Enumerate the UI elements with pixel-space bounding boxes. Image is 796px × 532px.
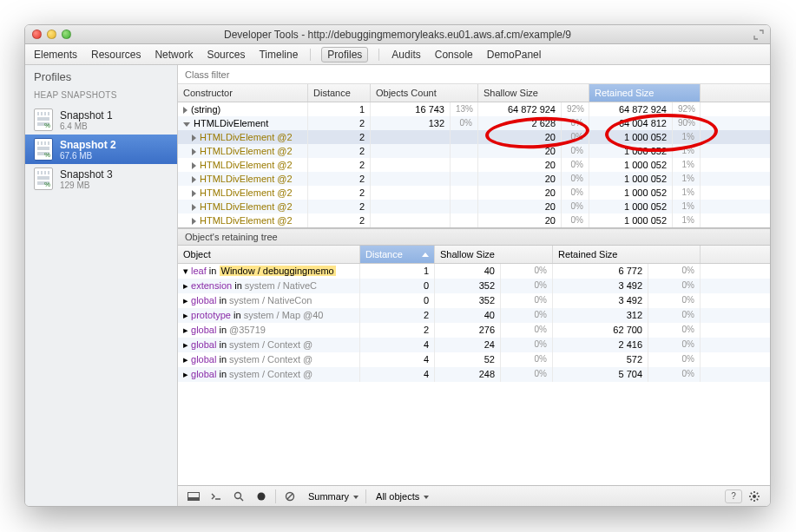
svg-point-2: [235, 492, 241, 498]
tree-row[interactable]: ▸ global in @35719 2 2760% 62 7000%: [178, 323, 770, 338]
view-select[interactable]: Summary: [302, 489, 362, 504]
devtools-window: Developer Tools - http://debuggingmemory…: [24, 24, 771, 507]
snapshot-name: Snapshot 2: [60, 139, 116, 151]
grid-header[interactable]: Constructor Distance Objects Count Shall…: [178, 84, 770, 102]
col-retained-size[interactable]: Retained Size: [589, 84, 701, 102]
menu-resources[interactable]: Resources: [89, 47, 142, 62]
traffic-lights: [25, 30, 71, 39]
snapshot-size: 6.4 MB: [60, 122, 113, 131]
snapshot-name: Snapshot 1: [60, 109, 113, 122]
settings-icon[interactable]: [744, 489, 765, 504]
snapshot-icon: [34, 138, 53, 161]
zoom-icon[interactable]: [62, 30, 71, 39]
search-icon[interactable]: [228, 489, 249, 504]
sidebar-title: Profiles: [25, 65, 177, 89]
snapshot-icon: [34, 167, 53, 190]
help-button[interactable]: ?: [725, 489, 742, 503]
svg-line-6: [287, 494, 293, 499]
snapshot-name: Snapshot 3: [60, 168, 113, 181]
tree-row[interactable]: ▸ global in system / Context @ 4 520% 57…: [178, 352, 770, 367]
table-row[interactable]: HTMLDivElement @2 2 200% 1 000 0521%: [178, 158, 770, 172]
table-row[interactable]: HTMLDivElement 2 1320% 2 6280% 64 004 81…: [178, 116, 770, 130]
svg-point-7: [753, 495, 756, 498]
menu-profiles[interactable]: Profiles: [321, 47, 368, 62]
tree-row[interactable]: ▸ global in system / Context @ 4 2480% 5…: [178, 367, 770, 382]
svg-point-4: [258, 492, 266, 500]
retaining-tree: Object Distance Shallow Size Retained Si…: [178, 246, 770, 485]
svg-line-15: [757, 492, 758, 493]
table-row[interactable]: HTMLDivElement @2 2 200% 1 000 0521%: [178, 144, 770, 158]
minimize-icon[interactable]: [47, 30, 56, 39]
menubar: ElementsResourcesNetworkSourcesTimelineP…: [25, 44, 770, 65]
col-constructor[interactable]: Constructor: [178, 84, 308, 102]
svg-rect-1: [188, 497, 199, 500]
menu-console[interactable]: Console: [433, 47, 475, 62]
svg-line-12: [751, 492, 752, 493]
menu-elements[interactable]: Elements: [32, 47, 79, 62]
col-retained[interactable]: Retained Size: [553, 246, 701, 263]
svg-line-14: [751, 498, 752, 499]
class-filter-input[interactable]: [178, 65, 770, 83]
menu-timeline[interactable]: Timeline: [257, 47, 299, 62]
tree-header[interactable]: Object Distance Shallow Size Retained Si…: [178, 246, 770, 264]
tree-row[interactable]: ▸ extension in system / NativeC 0 3520% …: [178, 279, 770, 293]
tree-row[interactable]: ▾ leaf in Window / debuggingmemo 1 400% …: [178, 264, 770, 279]
col-object[interactable]: Object: [178, 246, 360, 263]
dock-icon[interactable]: [183, 489, 204, 504]
snapshot-item[interactable]: Snapshot 2 67.6 MB: [25, 135, 177, 164]
snapshot-icon: [34, 108, 53, 131]
svg-line-13: [757, 498, 758, 499]
snapshot-item[interactable]: Snapshot 1 6.4 MB: [25, 105, 177, 135]
col-distance[interactable]: Distance: [308, 84, 371, 102]
table-row[interactable]: HTMLDivElement @2 2 200% 1 000 0521%: [178, 213, 770, 227]
table-row[interactable]: (string) 1 16 74313% 64 872 92492% 64 87…: [178, 102, 770, 116]
main-panel: Constructor Distance Objects Count Shall…: [178, 65, 770, 506]
expand-icon[interactable]: [753, 29, 765, 41]
col-distance[interactable]: Distance: [360, 246, 435, 263]
col-objects-count[interactable]: Objects Count: [371, 84, 478, 102]
console-icon[interactable]: [206, 489, 227, 504]
sidebar: Profiles HEAP SNAPSHOTS Snapshot 1 6.4 M…: [25, 65, 178, 506]
table-row[interactable]: HTMLDivElement @2 2 200% 1 000 0521%: [178, 172, 770, 186]
menu-network[interactable]: Network: [153, 47, 194, 62]
tree-row[interactable]: ▸ prototype in system / Map @40 2 400% 3…: [178, 308, 770, 323]
col-shallow[interactable]: Shallow Size: [435, 246, 553, 263]
sidebar-section: HEAP SNAPSHOTS: [25, 89, 177, 105]
filter-select[interactable]: All objects: [370, 489, 432, 504]
menu-sources[interactable]: Sources: [205, 47, 247, 62]
snapshot-size: 129 MB: [60, 181, 113, 190]
svg-line-3: [240, 498, 243, 501]
statusbar: Summary All objects ?: [178, 485, 770, 506]
col-shallow-size[interactable]: Shallow Size: [478, 84, 589, 102]
record-icon[interactable]: [251, 489, 272, 504]
titlebar: Developer Tools - http://debuggingmemory…: [25, 25, 770, 44]
retaining-tree-title: Object's retaining tree: [178, 228, 770, 246]
close-icon[interactable]: [32, 30, 42, 39]
constructors-grid: Constructor Distance Objects Count Shall…: [178, 84, 770, 228]
clear-icon[interactable]: [280, 489, 300, 504]
window-title: Developer Tools - http://debuggingmemory…: [25, 29, 770, 41]
tree-row[interactable]: ▸ global in system / Context @ 4 240% 2 …: [178, 338, 770, 352]
tree-row[interactable]: ▸ global in system / NativeCon 0 3520% 3…: [178, 293, 770, 308]
menu-audits[interactable]: Audits: [390, 47, 422, 62]
menu-demopanel[interactable]: DemoPanel: [485, 47, 543, 62]
table-row[interactable]: HTMLDivElement @2 2 200% 1 000 0521%: [178, 186, 770, 200]
snapshot-size: 67.6 MB: [60, 151, 116, 161]
table-row[interactable]: HTMLDivElement @2 2 200% 1 000 0521%: [178, 130, 770, 144]
table-row[interactable]: HTMLDivElement @2 2 200% 1 000 0521%: [178, 200, 770, 213]
snapshot-item[interactable]: Snapshot 3 129 MB: [25, 164, 177, 194]
